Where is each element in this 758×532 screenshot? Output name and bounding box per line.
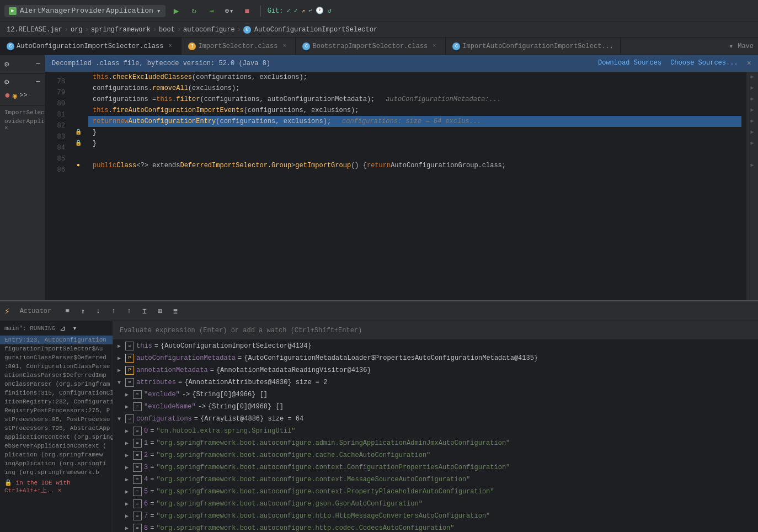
tab-bootstrap-close[interactable]: × (430, 42, 439, 51)
var-annotationmeta[interactable]: ▶ P annotationMetadata = {AnnotationMeta… (113, 364, 758, 376)
var-configurations-expand: ▼ (118, 416, 125, 422)
debug-frame-14[interactable]: ingApplication (org.springfi (0, 459, 113, 468)
sidebar-provider-label: oviderApplication × (2, 117, 42, 132)
debug-frame-4[interactable]: ationClassParser$DeferredImp (0, 371, 113, 380)
breadcrumb-class[interactable]: AutoConfigurationImportSelector (254, 26, 377, 34)
debug-frame-12[interactable]: ebServerApplicationContext ( (0, 441, 113, 450)
var-config-0[interactable]: ▶ = 0 = "cn.hutool.extra.spring.SpringUt… (113, 425, 758, 437)
debug-frame-13-text: plication (org.springframew (4, 451, 103, 458)
var-autoconfigmeta[interactable]: ▶ P autoConfigurationMetadata = {AutoCon… (113, 352, 758, 364)
run-button[interactable]: ▶ (170, 4, 183, 18)
debug-frame-6[interactable]: finitions:315, ConfigurationCl (0, 389, 113, 397)
var-attributes[interactable]: ▼ = attributes = {AnnotationAttributes@4… (113, 376, 758, 389)
step-dropdown[interactable]: ⊕▾ (223, 4, 236, 18)
debug-frame-13[interactable]: plication (org.springframew (0, 450, 113, 459)
filter-btn[interactable]: ⊿ (57, 323, 67, 333)
debug-frame-8[interactable]: RegistryPostProcessors:275, P (0, 406, 113, 415)
sidebar-minus2-icon[interactable]: − (36, 77, 40, 87)
var-config-3[interactable]: ▶ = 3 = "org.springframework.boot.autoco… (113, 461, 758, 474)
var-config-7[interactable]: ▶ = 7 = "org.springframework.boot.autoco… (113, 510, 758, 522)
var-config-4-eq: = (150, 476, 154, 483)
debug-frame-1[interactable]: figurationImportSelector$Au (0, 344, 113, 353)
ide-hint[interactable]: 🔒 in the IDE with Ctrl+Alt+↑上.. × (0, 477, 113, 497)
rg-79[interactable]: ▶ (746, 83, 758, 94)
sort-up-btn[interactable]: ⇑ (77, 305, 89, 317)
var-this[interactable]: ▶ = this = {AutoConfigurationImportSelec… (113, 340, 758, 352)
rg-80-arrow: ▶ (750, 94, 754, 105)
debug-frame-3[interactable]: :801, ConfigurationClassParse (0, 362, 113, 371)
breadcrumb-springframework[interactable]: springframework (91, 26, 151, 34)
sidebar-more-icon[interactable]: >> (19, 92, 27, 99)
debug-frame-5[interactable]: onClassParser (org.springfram (0, 380, 113, 389)
sidebar-settings2-icon[interactable]: ⚙ (4, 77, 9, 87)
var-exclude[interactable]: ▶ = "exclude" -> {String[0]@4966} [] (113, 389, 758, 401)
rg-84[interactable]: ▶ (746, 138, 758, 149)
line-78: 78 (45, 76, 68, 87)
sidebar-orange-icon[interactable]: ◉ (13, 91, 17, 100)
tab-import-auto[interactable]: C ImportAutoConfigurationImportSelect... (446, 38, 621, 55)
filter-dropdown[interactable]: ▾ (70, 323, 79, 333)
sidebar-stop-icon[interactable]: ● (4, 90, 10, 101)
var-config-8[interactable]: ▶ = 8 = "org.springframework.boot.autoco… (113, 522, 758, 532)
debug-frame-2[interactable]: gurationClassParser$Deferred (0, 353, 113, 362)
up-btn[interactable]: ↑ (123, 305, 135, 317)
breadcrumb-org[interactable]: org (71, 26, 83, 34)
list-view-btn[interactable]: ≡ (61, 305, 73, 317)
rg-81[interactable]: ▶ (746, 105, 758, 116)
var-config-6[interactable]: ▶ = 6 = "org.springframework.boot.autoco… (113, 498, 758, 510)
rg-78[interactable]: ▶ (746, 72, 758, 83)
var-config-4[interactable]: ▶ = 4 = "org.springframework.boot.autoco… (113, 474, 758, 486)
step-over-button[interactable]: ⇥ (205, 4, 218, 18)
var-config-2-val: "org.springframework.boot.autoconfigure.… (156, 451, 430, 459)
rg-83[interactable]: ▶ (746, 127, 758, 138)
debug-frame-0[interactable]: Entry:123, AutoConfiguration (0, 336, 113, 344)
upload-btn[interactable]: ↑ (108, 305, 120, 317)
rg-86[interactable]: ▶ (746, 160, 758, 171)
sidebar-settings-icon[interactable]: ⚙ (4, 60, 9, 69)
download-sources-link[interactable]: Download Sources (598, 59, 661, 68)
tab-import-selector-close[interactable]: × (280, 42, 289, 51)
tab-auto-config-close[interactable]: × (166, 42, 174, 51)
var-config-5-name: 5 (144, 488, 148, 496)
var-config-1[interactable]: ▶ = 1 = "org.springframework.boot.autoco… (113, 437, 758, 449)
sidebar-minus-icon[interactable]: − (36, 60, 40, 69)
code-line-79: configurations.removeAll(exclusions); (88, 83, 741, 94)
debug-frame-9[interactable]: stProcessors:95, PostProcesso (0, 415, 113, 424)
grid-btn[interactable]: ⊞ (154, 305, 166, 317)
debug-expression-input[interactable] (120, 327, 751, 334)
var-autoconfigmeta-name: autoConfigurationMetadata (136, 354, 236, 362)
debug-frame-11-text: applicationContext (org.spring (4, 434, 113, 440)
rg-82[interactable]: ▶ (746, 116, 758, 127)
debug-frame-11[interactable]: applicationContext (org.spring (0, 433, 113, 441)
var-configurations[interactable]: ▼ = configurations = {ArrayList@4886} si… (113, 413, 758, 425)
breadcrumb-boot[interactable]: boot (159, 26, 175, 34)
tab-auto-config[interactable]: C AutoConfigurationImportSelector.class … (0, 38, 182, 55)
tab-import-auto-icon: C (452, 42, 460, 50)
rg-83-arrow: ▶ (750, 127, 754, 138)
tab-more-button[interactable]: ▾ Mave (724, 38, 758, 55)
breadcrumb-autoconfigure[interactable]: autoconfigure (183, 26, 235, 34)
breadcrumb-jar[interactable]: 12.RELEASE.jar (7, 26, 62, 34)
lines-btn[interactable]: ≣ (169, 305, 182, 317)
var-config-5[interactable]: ▶ = 5 = "org.springframework.boot.autoco… (113, 486, 758, 498)
rg-80[interactable]: ▶ (746, 94, 758, 105)
decompiled-close-icon[interactable]: × (747, 59, 751, 68)
tab-bootstrap[interactable]: C BootstrapImportSelector.class × (296, 38, 446, 55)
var-config-2[interactable]: ▶ = 2 = "org.springframework.boot.autoco… (113, 449, 758, 461)
actuator-icon[interactable]: ⚡ (4, 306, 10, 317)
gutter-80 (73, 94, 84, 105)
stop-button[interactable]: ◼ (241, 4, 254, 18)
list-view-icon: ≡ (65, 307, 70, 315)
tab-import-selector[interactable]: I ImportSelector.class × (182, 38, 296, 55)
app-selector[interactable]: ▶ AlertManagerProviderApplication ▾ (4, 5, 166, 17)
choose-sources-link[interactable]: Choose Sources... (670, 59, 738, 68)
line-80: 80 (45, 98, 68, 109)
tab-actuator[interactable]: Actuator (13, 305, 58, 317)
debug-frame-10[interactable]: stProcessors:705, AbstractApp (0, 424, 113, 433)
cursor-btn[interactable]: ⌶ (138, 305, 151, 317)
download-btn[interactable]: ↓ (92, 305, 104, 317)
debug-frame-7[interactable]: itionRegistry:232, Configurati (0, 397, 113, 406)
reload-button[interactable]: ↻ (188, 4, 201, 18)
debug-frame-15[interactable]: ing (org.springframework.b (0, 468, 113, 477)
var-excludename[interactable]: ▶ = "excludeName" -> {String[0]@4968} [] (113, 401, 758, 413)
